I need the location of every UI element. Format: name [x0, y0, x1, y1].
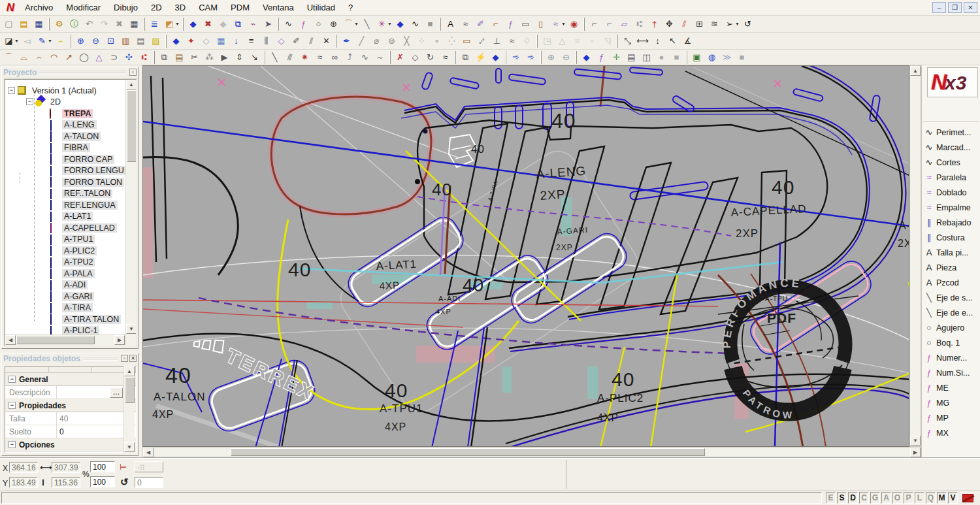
tool-costura[interactable]: ∥Costura	[923, 230, 979, 245]
tree-item-label[interactable]: A-TPU1	[62, 235, 95, 244]
scroll-thumb[interactable]	[127, 90, 137, 162]
scroll-up-icon[interactable]: ▲	[126, 80, 137, 90]
layers-icon[interactable]: ≣	[147, 17, 162, 31]
panel-grip[interactable]	[39, 70, 126, 74]
tool-mp[interactable]: ƒMP	[923, 410, 979, 425]
tree-item-a-tira-talon[interactable]: A-TIRA TALON	[50, 314, 121, 325]
tree-item-label[interactable]: FORRO LENGU	[62, 166, 126, 175]
arrow-down-icon[interactable]: ↓	[229, 34, 244, 48]
f-curve-icon[interactable]: ƒ	[296, 17, 311, 31]
scroll-down-icon[interactable]: ▼	[124, 442, 135, 452]
diamond-ghost-icon[interactable]: ◇	[199, 34, 214, 48]
properties-scrollbar[interactable]: ▲ ▼	[123, 367, 135, 453]
tree-item-a-capellad[interactable]: A-CAPELLAD	[50, 222, 117, 233]
tree-item-label[interactable]: A-TIRA	[62, 303, 93, 312]
arc-e-icon[interactable]: ↗	[61, 50, 76, 64]
tilde-icon[interactable]: ～	[372, 50, 387, 64]
layer-toggle-v[interactable]: V	[948, 492, 958, 504]
play-pair-icon[interactable]: ▶	[217, 50, 232, 64]
layer-toggle-p[interactable]: P	[904, 492, 913, 504]
columns-icon[interactable]: ⫼	[259, 34, 274, 48]
rect-icon[interactable]: ▭	[518, 17, 533, 31]
tree-item-a-adi[interactable]: A-ADI	[50, 280, 88, 291]
calculator-icon[interactable]: ▦	[214, 34, 229, 48]
width-field[interactable]: 307.39	[52, 462, 80, 473]
grid-dim-icon[interactable]: ⑇	[474, 34, 489, 48]
scroll-down-icon[interactable]: ▼	[910, 436, 921, 446]
sort-icon[interactable]: ⇕	[232, 50, 247, 64]
tree-item-forro-cap[interactable]: FORRO CAP	[50, 154, 114, 165]
dropdown-arrow-icon[interactable]: ▼	[175, 22, 180, 26]
diamond-del-icon[interactable]: ✦	[184, 34, 199, 48]
properties-panel-titlebar[interactable]: Propiedades objetos ▫ ✕	[2, 353, 138, 363]
scroll-up-icon[interactable]: ▲	[124, 367, 135, 376]
image-icon[interactable]: ▣	[689, 50, 704, 64]
assoc2-icon[interactable]: △	[555, 34, 570, 48]
help-note-icon[interactable]: ▨	[148, 34, 163, 48]
tree-horizontal-scrollbar[interactable]: ◀ ▶	[5, 334, 125, 345]
scale-x-field[interactable]: 100	[90, 461, 115, 472]
orbit-red-icon[interactable]: ◉	[566, 17, 581, 31]
measure-arc-icon[interactable]: ↖	[665, 34, 680, 48]
tools-green-icon[interactable]: ✛	[609, 50, 624, 64]
plus-red-icon[interactable]: †	[647, 17, 662, 31]
blob3-icon[interactable]: ■	[734, 50, 749, 64]
menu-archivo[interactable]: Archivo	[18, 1, 59, 14]
prop-section-opciones[interactable]: −Opciones	[5, 438, 136, 451]
gray-square-icon[interactable]: ■	[423, 17, 438, 31]
tree-item-label[interactable]: FIBRA	[62, 143, 90, 152]
docs-icon[interactable]: ▤	[624, 50, 639, 64]
dropdown-arrow-icon[interactable]: ▼	[354, 22, 359, 26]
arrows-x-icon[interactable]: ↘	[247, 50, 262, 64]
tree-item-label[interactable]: A-ADI	[62, 280, 88, 289]
layer-toggle-g[interactable]: G	[870, 492, 880, 504]
y-coordinate-field[interactable]: 183.49	[9, 477, 38, 488]
perp-icon[interactable]: ⊥	[489, 34, 504, 48]
ruler-mm-icon[interactable]: ▭	[459, 34, 474, 48]
panel-maximize-icon[interactable]: ▫	[121, 355, 128, 362]
copy2-icon[interactable]: ⧉	[458, 50, 473, 64]
circle-icon[interactable]: ○	[311, 17, 326, 31]
blob1-icon[interactable]: ●	[654, 50, 669, 64]
rotation-field[interactable]: 0	[135, 477, 163, 488]
tree-item-label[interactable]: A-PLIC-1	[62, 326, 99, 335]
measure-h-icon[interactable]: ↕	[650, 34, 665, 48]
layer-toggle-c[interactable]: C	[859, 492, 869, 504]
scale-y-field[interactable]: 100	[90, 476, 115, 487]
tree-item-label[interactable]: A-PALA	[62, 269, 95, 278]
connection-status-icon[interactable]	[959, 492, 976, 504]
tool-empalme[interactable]: ≈Empalme	[923, 200, 979, 215]
tree-item-forro-lengu[interactable]: FORRO LENGU	[50, 165, 126, 176]
tree-group-label[interactable]: 2D	[48, 97, 63, 106]
line-mid-icon[interactable]: ⌀	[369, 34, 384, 48]
rotate-icon[interactable]: ↺	[120, 476, 129, 488]
dropdown-arrow-icon[interactable]: ▼	[561, 22, 566, 26]
diamond-blue-icon[interactable]: ◆	[393, 17, 408, 31]
expand-icon[interactable]: −	[26, 98, 33, 105]
points-button[interactable]: ·⁝⁝	[135, 461, 163, 472]
corner1-icon[interactable]: ⌐	[587, 17, 602, 31]
tree-item-a-tira[interactable]: A-TIRA	[50, 302, 93, 314]
ellipse-icon[interactable]: ◯	[76, 50, 91, 64]
measure-w-icon[interactable]: ⟷	[635, 34, 650, 48]
wave2-icon[interactable]: ≈	[458, 17, 473, 31]
save-icon[interactable]: ▦	[31, 17, 46, 31]
arc-b-icon[interactable]: ⌓	[16, 50, 31, 64]
tool-num-si-[interactable]: ƒNum.Si...	[923, 365, 979, 380]
dash2-icon[interactable]: ╲	[267, 50, 282, 64]
print-icon[interactable]: ▤	[133, 34, 148, 48]
heel-piece[interactable]	[271, 97, 431, 214]
wave3-icon[interactable]: ≈	[504, 34, 519, 48]
node-box-icon[interactable]: ⊞	[692, 17, 707, 31]
layer-toggle-o[interactable]: O	[892, 492, 902, 504]
delete-red-icon[interactable]: ✖	[201, 17, 216, 31]
dim-dots-icon[interactable]: ⑆	[632, 17, 647, 31]
wave5-icon[interactable]: ∿	[357, 50, 372, 64]
star-red-icon[interactable]: ✷	[297, 50, 312, 64]
canvas-horizontal-scrollbar[interactable]: ◀ ▶	[142, 447, 921, 457]
cluster-icon[interactable]: ✣	[122, 50, 137, 64]
line-node-icon[interactable]: ╱	[354, 34, 369, 48]
tree-item-label[interactable]: A-LENG	[62, 120, 97, 129]
assoc1-icon[interactable]: ◳	[540, 34, 555, 48]
tree-item-a-leng[interactable]: A-LENG	[50, 120, 97, 131]
